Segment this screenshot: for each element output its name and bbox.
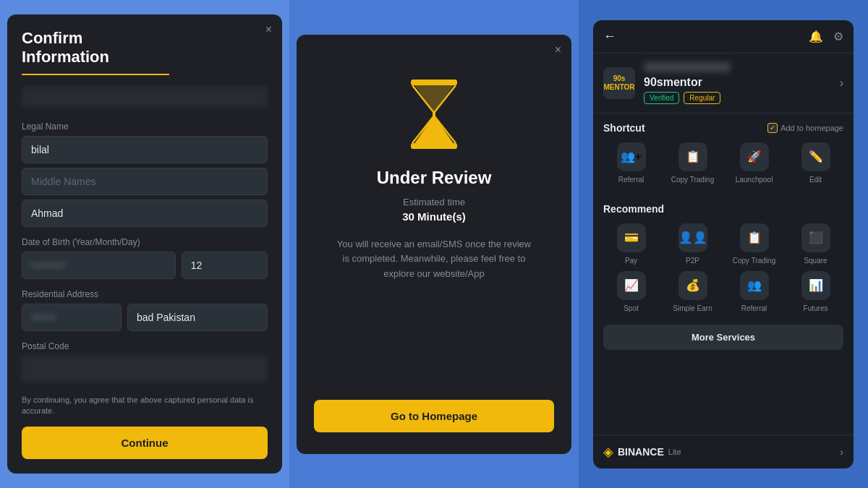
close-button-2[interactable]: × (555, 43, 561, 56)
add-to-homepage[interactable]: ✓ Add to homepage (767, 123, 843, 133)
shortcuts-grid: 👥+ Referral 📋 Copy Trading 🚀 Launchpool … (603, 142, 843, 184)
header-icons: 🔔 ⚙ (809, 30, 843, 43)
profile-header: ← 🔔 ⚙ (593, 20, 854, 53)
profile-card: ← 🔔 ⚙ 90s MENTOR 90smentor Verified Regu… (593, 20, 854, 468)
dob-label: Date of Birth (Year/Month/Day) (22, 237, 268, 247)
legal-name-label: Legal Name (22, 121, 268, 132)
go-to-homepage-button[interactable]: Go to Homepage (314, 400, 554, 432)
recommend-icon: 💰 (678, 271, 707, 300)
binance-brand-name: BINANCE (618, 446, 664, 458)
shortcut-label: Referral (618, 176, 644, 184)
profile-row[interactable]: 90s MENTOR 90smentor Verified Regular › (593, 53, 854, 114)
verified-badge: Verified (644, 92, 679, 104)
panel-confirm-information: × Confirm Information Legal Name Date of… (0, 0, 289, 488)
recommend-label: Simple Earn (673, 304, 712, 313)
disclaimer-text: By continuing, you agree that the above … (22, 395, 268, 417)
recommend-label: Square (804, 257, 827, 265)
shortcut-label: Copy Trading (671, 176, 714, 184)
recommend-label: Copy Trading (733, 257, 775, 265)
shortcut-item-referral[interactable]: 👥+ Referral (603, 142, 659, 184)
checkbox-check-icon: ✓ (770, 124, 775, 132)
recommend-label: Spot (624, 304, 639, 313)
time-value: 30 Minute(s) (402, 210, 466, 223)
recommend-item-referral[interactable]: 👥 Referral (726, 271, 782, 313)
dob-row: ••••/••/•• (22, 252, 268, 283)
shortcut-item-launchpool[interactable]: 🚀 Launchpool (726, 142, 782, 184)
recommend-icon: 📊 (801, 271, 830, 300)
badges: Verified Regular (644, 92, 831, 104)
close-button[interactable]: × (265, 23, 272, 36)
recommend-icon: 👥 (740, 271, 769, 300)
avatar-line1: 90s (603, 74, 634, 83)
shortcut-header: Shortcut ✓ Add to homepage (603, 122, 843, 134)
last-name-input[interactable] (22, 200, 268, 227)
avatar-line2: MENTOR (603, 83, 634, 92)
shortcut-label: Edit (809, 176, 822, 184)
recommend-item-futures[interactable]: 📊 Futures (788, 271, 843, 313)
address-partial-text: bad Pakistan (127, 304, 268, 331)
address-blurred[interactable]: ••••••• (22, 304, 122, 331)
recommend-title: Recommend (603, 203, 664, 215)
shortcut-icon: 📋 (678, 142, 707, 171)
recommend-label: Futures (804, 304, 828, 313)
avatar: 90s MENTOR (603, 67, 635, 99)
profile-info: 90smentor Verified Regular (644, 62, 831, 104)
binance-footer[interactable]: ◈ BINANCE Lite › (593, 435, 854, 468)
recommend-label: P2P (686, 257, 699, 265)
under-review-title: Under Review (377, 168, 492, 188)
recommend-item-square[interactable]: ⬛ Square (788, 223, 843, 265)
recommend-item-spot[interactable]: 📈 Spot (603, 271, 659, 313)
binance-mode-label: Lite (668, 448, 681, 456)
settings-icon[interactable]: ⚙ (833, 30, 843, 43)
panel-profile: ← 🔔 ⚙ 90s MENTOR 90smentor Verified Regu… (579, 0, 868, 488)
shortcut-icon: ✏️ (801, 142, 830, 171)
svg-rect-4 (411, 143, 457, 149)
binance-symbol-icon: ◈ (603, 444, 613, 460)
first-name-input[interactable] (22, 136, 268, 163)
postal-blurred (22, 356, 268, 382)
recommend-item-simple-earn[interactable]: 💰 Simple Earn (665, 271, 720, 313)
recommend-grid: 💳 Pay 👤👤 P2P 📋 Copy Trading ⬛ Square 📈 S… (603, 223, 843, 313)
recommend-label: Referral (741, 304, 767, 313)
recommend-icon: 📋 (740, 223, 769, 252)
modal-title: Confirm Information (22, 29, 169, 75)
recommend-item-p2p[interactable]: 👤👤 P2P (665, 223, 720, 265)
address-row: ••••••• bad Pakistan (22, 304, 268, 335)
hourglass-icon (405, 78, 463, 153)
regular-badge: Regular (684, 92, 720, 104)
middle-name-input[interactable] (22, 168, 268, 195)
estimated-label: Estimated time (403, 197, 465, 207)
recommend-item-copy-trading[interactable]: 📋 Copy Trading (726, 223, 782, 265)
add-homepage-label: Add to homepage (780, 124, 843, 132)
under-review-modal: × Under Review Estima (297, 35, 571, 454)
recommend-icon: ⬛ (801, 223, 830, 252)
recommend-icon: 💳 (617, 223, 646, 252)
shortcut-item-edit[interactable]: ✏️ Edit (788, 142, 843, 184)
recommend-item-pay[interactable]: 💳 Pay (603, 223, 659, 265)
notification-icon[interactable]: 🔔 (809, 30, 823, 43)
shortcut-title: Shortcut (603, 122, 645, 134)
recommend-icon: 📈 (617, 271, 646, 300)
recommend-header: Recommend (603, 203, 843, 215)
shortcut-icon: 👥+ (617, 142, 646, 171)
svg-marker-1 (412, 116, 456, 147)
continue-button[interactable]: Continue (22, 427, 268, 459)
dob-date-blurred[interactable]: ••••/••/•• (22, 252, 176, 279)
svg-rect-3 (411, 80, 457, 85)
dob-day-input[interactable] (182, 252, 268, 279)
username: 90smentor (644, 76, 831, 89)
profile-chevron-icon: › (840, 77, 843, 90)
more-services-button[interactable]: More Services (603, 325, 843, 350)
back-button[interactable]: ← (603, 29, 616, 44)
review-description: You will receive an email/SMS once the r… (333, 237, 535, 282)
shortcut-item-copy-trading[interactable]: 📋 Copy Trading (665, 142, 720, 184)
recommend-label: Pay (625, 257, 637, 265)
binance-logo: ◈ BINANCE Lite (603, 444, 681, 460)
shortcut-label: Launchpool (736, 176, 773, 184)
blurred-real-name (644, 62, 731, 72)
address-label: Residential Address (22, 289, 268, 299)
confirm-information-modal: × Confirm Information Legal Name Date of… (7, 14, 282, 474)
footer-chevron-icon: › (840, 446, 843, 458)
recommend-icon: 👤👤 (678, 223, 707, 252)
shortcut-section: Shortcut ✓ Add to homepage 👥+ Referral 📋… (593, 114, 854, 194)
